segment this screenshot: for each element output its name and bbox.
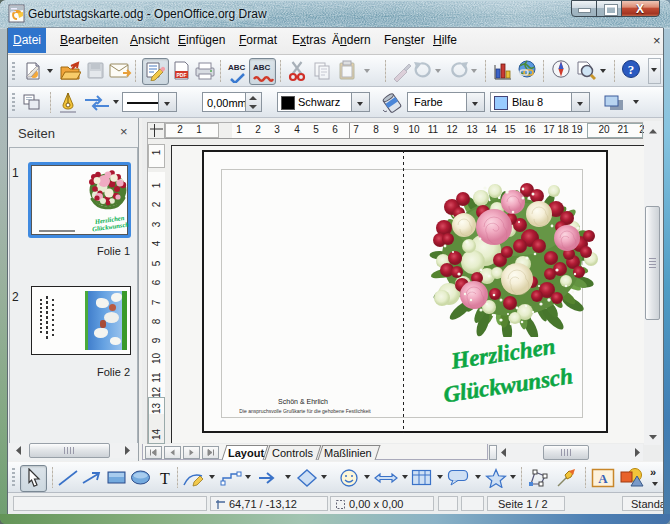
svg-text:ABC: ABC [253, 63, 271, 72]
svg-text:?: ? [628, 62, 635, 77]
svg-text:PDF: PDF [177, 72, 187, 78]
svg-text:T: T [160, 470, 170, 487]
svg-text:ABC: ABC [228, 63, 246, 72]
svg-text:A: A [598, 471, 608, 486]
